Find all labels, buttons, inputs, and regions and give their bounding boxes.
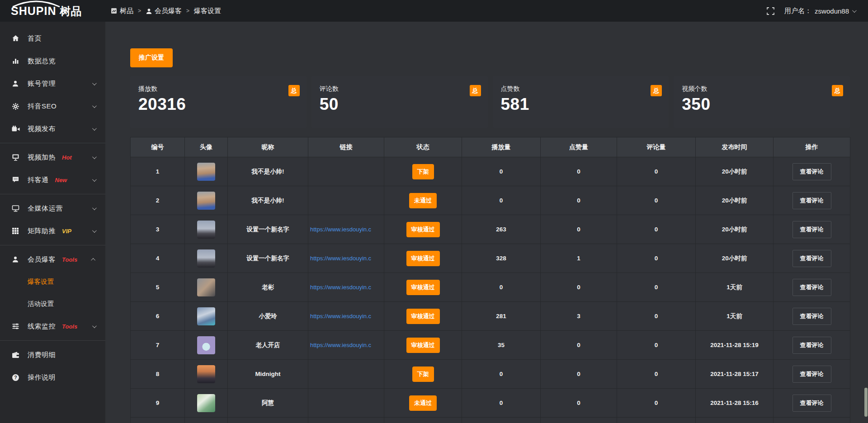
video-link[interactable]: https://www.iesdouyin.c bbox=[308, 342, 384, 348]
status-button[interactable]: 审核通过 bbox=[406, 280, 440, 295]
cell-action bbox=[774, 418, 850, 423]
promotion-settings-button[interactable]: 推广设置 bbox=[130, 48, 173, 67]
status-button[interactable]: 未通过 bbox=[409, 193, 437, 208]
cell-publish-time: 20小时前 bbox=[696, 186, 774, 215]
sidebar-item-首页[interactable]: 首页 bbox=[0, 27, 105, 50]
breadcrumb-item[interactable]: 树品 bbox=[111, 7, 133, 15]
cell-link bbox=[308, 418, 384, 423]
status-button[interactable]: 下架 bbox=[412, 164, 434, 179]
sidebar-item-矩阵助推[interactable]: 矩阵助推VIP bbox=[0, 220, 105, 242]
sidebar-item-视频加热[interactable]: 视频加热Hot bbox=[0, 146, 105, 169]
stat-card-total-badge: 总 bbox=[651, 85, 662, 96]
view-comments-button[interactable]: 查看评论 bbox=[793, 163, 831, 180]
sidebar-item-label: 视频加热 bbox=[28, 153, 56, 162]
cell-action: 查看评论 bbox=[774, 331, 850, 360]
avatar bbox=[197, 307, 215, 325]
username-value: zswodun88 bbox=[815, 7, 849, 15]
avatar bbox=[197, 394, 215, 412]
sidebar-item-抖音SEO[interactable]: 抖音SEO bbox=[0, 95, 105, 118]
sidebar-subitem-活动设置[interactable]: 活动设置 bbox=[0, 293, 105, 315]
app-logo: SHUPIN 树品 bbox=[0, 0, 105, 22]
sidebar-item-会员爆客[interactable]: 会员爆客Tools bbox=[0, 248, 105, 271]
sidebar-item-badge: Tools bbox=[62, 256, 77, 263]
cell-comments: 0 bbox=[617, 157, 696, 186]
cell-nickname: Midnight bbox=[228, 360, 308, 389]
cell-nickname: 设置一个新名字 bbox=[228, 244, 308, 273]
column-header-点赞量: 点赞量 bbox=[541, 137, 617, 157]
cell-publish-time: 1天前 bbox=[696, 302, 774, 331]
view-comments-button[interactable]: 查看评论 bbox=[793, 279, 831, 296]
view-comments-button[interactable]: 查看评论 bbox=[793, 395, 831, 412]
user-menu[interactable]: 用户名：zswodun88 bbox=[784, 7, 855, 15]
cell-plays: 263 bbox=[462, 215, 541, 244]
cell-publish-time: 1天前 bbox=[696, 273, 774, 302]
cell-avatar bbox=[185, 360, 228, 389]
status-button[interactable]: 审核通过 bbox=[406, 309, 440, 324]
view-comments-button[interactable]: 查看评论 bbox=[793, 308, 831, 325]
cell-action: 查看评论 bbox=[774, 273, 850, 302]
sidebar-item-抖客通[interactable]: 抖客通New bbox=[0, 169, 105, 191]
avatar bbox=[197, 163, 215, 181]
user-icon bbox=[146, 8, 152, 14]
cell-likes: 0 bbox=[541, 157, 617, 186]
chevron-up-icon bbox=[91, 258, 95, 262]
cell-status: 审核通过 bbox=[384, 244, 462, 273]
table-row: 1我不是小帅!下架00020小时前查看评论 bbox=[131, 157, 850, 186]
cell-link: https://www.iesdouyin.c bbox=[308, 273, 384, 302]
status-button[interactable]: 审核通过 bbox=[406, 251, 440, 266]
status-button[interactable]: 审核通过 bbox=[406, 222, 440, 237]
breadcrumb-label: 爆客设置 bbox=[194, 7, 221, 15]
cell-publish-time: 2021-11-28 15:17 bbox=[696, 360, 774, 389]
sidebar-item-label: 全媒体运营 bbox=[28, 204, 63, 213]
cell-likes: 0 bbox=[541, 331, 617, 360]
video-link[interactable]: https://www.iesdouyin.c bbox=[308, 255, 384, 262]
chevron-down-icon bbox=[92, 81, 97, 85]
sidebar-item-全媒体运营[interactable]: 全媒体运营 bbox=[0, 197, 105, 220]
stat-card-total-badge: 总 bbox=[832, 85, 843, 96]
video-link[interactable]: https://www.iesdouyin.c bbox=[308, 284, 384, 291]
sidebar-item-操作说明[interactable]: ?操作说明 bbox=[0, 366, 105, 389]
sidebar-subitem-爆客设置[interactable]: 爆客设置 bbox=[0, 271, 105, 293]
video-link[interactable]: https://www.iesdouyin.c bbox=[308, 313, 384, 320]
sidebar-item-线索监控[interactable]: 线索监控Tools bbox=[0, 315, 105, 338]
breadcrumb-item[interactable]: 会员爆客 bbox=[146, 7, 182, 15]
cell-nickname: 小爱玲 bbox=[228, 302, 308, 331]
status-button[interactable]: 审核通过 bbox=[406, 338, 440, 353]
cell-avatar bbox=[185, 273, 228, 302]
cell-plays: 0 bbox=[462, 157, 541, 186]
video-link[interactable]: https://www.iesdouyin.c bbox=[308, 226, 384, 233]
gear-icon bbox=[12, 102, 21, 110]
cell-action: 查看评论 bbox=[774, 215, 850, 244]
page-scrollbar-thumb[interactable] bbox=[864, 388, 868, 417]
stat-card-total-badge: 总 bbox=[470, 85, 481, 96]
chevron-down-icon bbox=[852, 8, 857, 13]
view-comments-button[interactable]: 查看评论 bbox=[793, 250, 831, 267]
sidebar-item-label: 抖客通 bbox=[28, 176, 49, 184]
breadcrumb-item: 爆客设置 bbox=[194, 7, 221, 15]
cell-id: 7 bbox=[131, 331, 185, 360]
view-comments-button[interactable]: 查看评论 bbox=[793, 337, 831, 354]
cell-publish-time: 20小时前 bbox=[696, 215, 774, 244]
chevron-down-icon bbox=[92, 324, 97, 328]
stat-card: 视频个数总350 bbox=[674, 76, 850, 128]
sidebar-item-label: 账号管理 bbox=[28, 80, 56, 88]
view-comments-button[interactable]: 查看评论 bbox=[793, 366, 831, 383]
sidebar-item-视频发布[interactable]: 视频发布 bbox=[0, 118, 105, 140]
video-icon bbox=[12, 125, 21, 133]
sidebar-item-badge: Hot bbox=[62, 154, 72, 161]
stat-card-label: 评论数 bbox=[320, 85, 481, 93]
sidebar-divider bbox=[0, 143, 105, 143]
cell-plays: 0 bbox=[462, 273, 541, 302]
column-header-评论量: 评论量 bbox=[617, 137, 696, 157]
cell-action: 查看评论 bbox=[774, 186, 850, 215]
view-comments-button[interactable]: 查看评论 bbox=[793, 192, 831, 209]
sidebar-item-消费明细[interactable]: 消费明细 bbox=[0, 343, 105, 366]
fullscreen-icon[interactable] bbox=[767, 7, 774, 15]
cell-nickname: 我不是小帅! bbox=[228, 186, 308, 215]
sidebar-item-label: 线索监控 bbox=[28, 322, 56, 331]
status-button[interactable]: 未通过 bbox=[409, 395, 437, 411]
sidebar-item-数据总览[interactable]: 数据总览 bbox=[0, 50, 105, 72]
view-comments-button[interactable]: 查看评论 bbox=[793, 221, 831, 238]
sidebar-item-账号管理[interactable]: 账号管理 bbox=[0, 72, 105, 95]
status-button[interactable]: 下架 bbox=[412, 367, 434, 382]
